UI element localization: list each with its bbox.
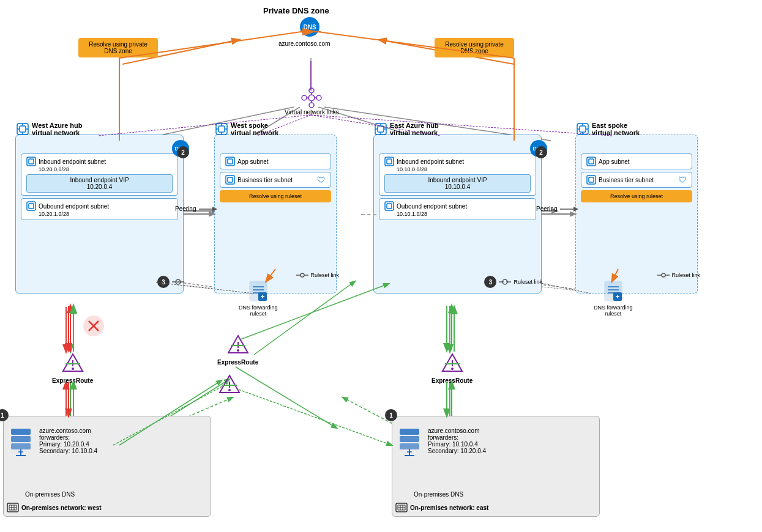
west-hub-vnet: West Azure hub virtual network DNS 2 Inb…	[15, 135, 184, 294]
svg-point-123	[228, 389, 231, 391]
west-dns-ruleset: DNS forwarding ruleset	[239, 280, 278, 317]
east-hub-inbound-vip: Inbound endpoint VIP 10.10.0.4	[384, 174, 531, 193]
svg-rect-89	[580, 126, 586, 132]
west-spoke-ruleset-link-label: Ruleset link	[296, 271, 339, 279]
svg-rect-84	[387, 204, 392, 209]
east-hub-outbound-subnet: Oubound endpoint subnet 10.10.1.0/28	[379, 198, 536, 220]
dns-domain-label: azure.contoso.com	[278, 40, 331, 47]
svg-rect-62	[228, 159, 233, 164]
resolve-west-box: Resolve using private DNS zone	[78, 38, 158, 57]
east-spoke-vnet: East spoke virtual network Peering App s…	[575, 135, 698, 294]
private-dns-zone-label: Private DNS zone	[263, 6, 329, 15]
west-business-shield-icon: 🛡	[317, 175, 326, 185]
svg-rect-96	[587, 157, 596, 166]
east-hub-badge3: 3	[484, 276, 496, 288]
svg-marker-60	[212, 207, 217, 212]
east-hub-inbound-subnet: Inbound endpoint subnet 10.10.0.0/28 Inb…	[379, 153, 536, 196]
east-spoke-resolve-box: Resolve using ruleset	[581, 190, 692, 202]
west-hub-badge2: 2	[177, 146, 189, 158]
svg-point-102	[662, 273, 665, 277]
expressroute-center-right	[217, 373, 242, 399]
east-spoke-app-subnet: App subnet	[581, 153, 692, 169]
svg-rect-82	[387, 159, 392, 164]
svg-rect-64	[228, 177, 233, 182]
svg-point-29	[308, 95, 315, 101]
east-hub-ruleset-link: 3 Ruleset link	[484, 276, 542, 288]
svg-rect-97	[589, 159, 594, 164]
svg-rect-130	[11, 436, 31, 442]
expressroute-east: ExpressRoute	[431, 352, 473, 384]
svg-rect-145	[400, 443, 419, 449]
east-spoke-title-row: East spoke virtual network	[576, 122, 640, 136]
blocked-indicator	[83, 315, 105, 338]
east-hub-vnet: East Azure hub virtual network DNS 2 Inb…	[373, 135, 542, 294]
west-spoke-resolve-box: Resolve using ruleset	[220, 190, 331, 202]
svg-rect-63	[226, 175, 234, 184]
west-hub-ruleset-link: 3	[157, 276, 184, 288]
svg-rect-83	[385, 202, 394, 210]
svg-rect-61	[226, 157, 234, 166]
onprem-east-dns-label: On-premises DNS	[414, 491, 463, 498]
svg-point-127	[451, 368, 454, 370]
svg-rect-144	[400, 436, 419, 442]
svg-line-163	[311, 115, 612, 136]
svg-point-67	[301, 273, 304, 277]
svg-line-23	[236, 367, 337, 428]
west-hub-inbound-vip: Inbound endpoint VIP 10.20.0.4	[26, 174, 173, 193]
svg-rect-44	[27, 157, 35, 166]
svg-rect-45	[29, 159, 34, 164]
hub-separator	[361, 214, 376, 215]
svg-marker-95	[573, 207, 578, 212]
svg-rect-81	[385, 157, 394, 166]
svg-point-119	[237, 349, 239, 352]
east-dns-ruleset: DNS forwarding ruleset	[594, 280, 633, 317]
west-peering-label: Peering	[175, 205, 217, 213]
west-spoke-title-row: West spoke virtual network	[215, 122, 278, 136]
svg-point-31	[316, 95, 321, 100]
east-hub-title-row: East Azure hub virtual network	[374, 122, 439, 136]
expressroute-center-left: ExpressRoute	[217, 333, 258, 366]
onprem-east-network-label: On-premises network: east	[395, 499, 488, 516]
svg-rect-54	[219, 126, 225, 132]
west-spoke-vnet: West spoke virtual network Peering App s…	[214, 135, 337, 294]
resolve-east-box: Resolve using private DNS zone	[435, 38, 514, 57]
dns-icon: DNS	[300, 17, 319, 37]
svg-rect-39	[20, 126, 26, 132]
east-spoke-ruleset-link-label: Ruleset link	[657, 271, 700, 279]
svg-rect-46	[27, 202, 35, 210]
west-hub-title-row: West Azure hub virtual network	[16, 122, 83, 136]
east-business-shield-icon: 🛡	[678, 175, 687, 185]
svg-rect-76	[378, 126, 384, 132]
svg-rect-131	[11, 443, 31, 449]
svg-point-32	[309, 88, 314, 93]
svg-line-160	[98, 115, 311, 136]
onprem-west-network-label: On-premises network: west	[7, 499, 102, 516]
svg-rect-47	[29, 204, 34, 209]
svg-rect-143	[400, 429, 419, 435]
onprem-east-network: 1 azure.contoso.com forwarders: Primary:…	[392, 416, 600, 517]
east-hub-badge2: 2	[535, 146, 547, 158]
expressroute-west: ExpressRoute	[52, 352, 93, 384]
west-hub-badge3: 3	[157, 276, 170, 288]
onprem-west-network: 1 azure.contoso.com forwarders: Primary:…	[3, 416, 211, 517]
onprem-east-badge: 1	[385, 409, 397, 421]
onprem-west-dns-label: On-premises DNS	[25, 491, 75, 498]
svg-point-115	[72, 368, 74, 370]
svg-point-33	[309, 103, 314, 108]
west-hub-outbound-subnet: Oubound endpoint subnet 10.20.1.0/28	[21, 198, 178, 220]
vnet-links: Virtual network links	[285, 86, 339, 116]
svg-line-177	[239, 390, 392, 445]
west-spoke-business-subnet: Business tier subnet 🛡	[220, 172, 331, 188]
west-hub-inbound-subnet: Inbound endpoint subnet 10.20.0.0/28 Inb…	[21, 153, 178, 196]
svg-point-30	[302, 95, 307, 100]
west-spoke-app-subnet: App subnet	[220, 153, 331, 169]
svg-rect-99	[589, 177, 594, 182]
east-peering-label: Peering	[536, 205, 578, 213]
svg-rect-129	[11, 429, 31, 435]
svg-rect-98	[587, 175, 596, 184]
east-spoke-business-subnet: Business tier subnet 🛡	[581, 172, 692, 188]
